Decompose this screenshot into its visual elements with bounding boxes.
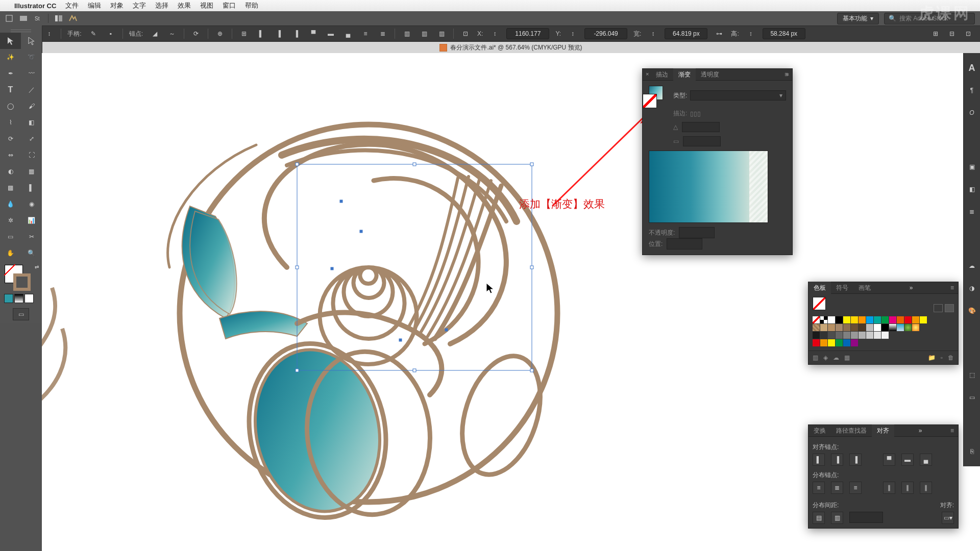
overflow2-icon[interactable]: ⊟: [946, 28, 958, 39]
graph-tool[interactable]: 📊: [21, 212, 42, 229]
rbar-color-icon[interactable]: ◑: [966, 283, 977, 294]
gradient-opacity-input[interactable]: [679, 227, 715, 238]
dist-space-h-icon[interactable]: ▥: [831, 512, 843, 524]
stroke-center-icon[interactable]: ▯: [694, 110, 697, 117]
selection-tool[interactable]: [0, 33, 21, 49]
dist-hcenter-icon[interactable]: ∥: [901, 482, 914, 494]
panel-close-icon[interactable]: ×: [646, 71, 649, 77]
ellipse-tool[interactable]: ◯: [0, 98, 21, 114]
align-r-icon[interactable]: ▐: [290, 28, 302, 39]
w-link-icon[interactable]: ↕: [647, 28, 658, 39]
dist-right-icon[interactable]: ∥: [920, 482, 932, 494]
tool-handle[interactable]: [0, 29, 42, 33]
swatches-list-view-icon[interactable]: [934, 304, 943, 312]
menu-file[interactable]: 文件: [65, 1, 79, 10]
free-transform-tool[interactable]: ⛶: [21, 147, 42, 163]
rbar-color-guide-icon[interactable]: 🎨: [966, 305, 977, 316]
tab-pathfinder[interactable]: 路径查找器: [831, 424, 872, 437]
symbol-sprayer-tool[interactable]: ✲: [0, 212, 21, 229]
artboard-tool[interactable]: ▭: [0, 229, 21, 245]
dist-spacing-input[interactable]: [849, 512, 883, 523]
zoom-tool[interactable]: 🔍: [21, 245, 42, 261]
isolate-icon[interactable]: ⊕: [214, 28, 226, 39]
overflow1-icon[interactable]: ⊞: [930, 28, 941, 39]
scale-tool[interactable]: ⤢: [21, 131, 42, 147]
stock-icon[interactable]: St: [34, 14, 42, 22]
arrange-docs-icon[interactable]: [55, 14, 63, 22]
tab-transform[interactable]: 变换: [808, 424, 831, 437]
dist-top-icon[interactable]: ≡: [813, 482, 825, 494]
blend-tool[interactable]: ◉: [21, 196, 42, 212]
align-vcenter-icon[interactable]: ▬: [901, 454, 914, 466]
menu-view[interactable]: 视图: [200, 1, 213, 10]
swatch-new-icon[interactable]: ▫: [941, 354, 943, 361]
stroke-inside-icon[interactable]: ▯: [690, 110, 694, 117]
flip-v-icon[interactable]: ↕: [43, 28, 55, 39]
lasso-tool[interactable]: ➰: [21, 49, 42, 65]
curvature-tool[interactable]: 〰: [21, 65, 42, 82]
y-input[interactable]: [584, 28, 627, 39]
document-tab-title[interactable]: 春分演示文件.ai* @ 567.64% (CMYK/GPU 预览): [450, 43, 582, 52]
shape-builder-tool[interactable]: ◐: [0, 163, 21, 180]
rbar-layers-icon[interactable]: ≣: [966, 206, 977, 217]
gradient-stroke-thumb[interactable]: [643, 94, 657, 108]
dist-h-icon[interactable]: ≡: [360, 28, 371, 39]
swatches-grid-view-icon[interactable]: [945, 304, 954, 312]
menu-type[interactable]: 文字: [133, 1, 146, 10]
tab-stroke[interactable]: 描边: [651, 68, 673, 81]
mini-swatch-none[interactable]: [24, 294, 34, 303]
align-top-icon[interactable]: ▀: [883, 454, 895, 466]
mini-swatch-grad[interactable]: [14, 294, 23, 303]
mini-swatch-teal[interactable]: [4, 294, 13, 303]
snap3-icon[interactable]: ▥: [436, 28, 447, 39]
swatch-colorgroup-icon[interactable]: ▦: [844, 354, 850, 361]
align-collapse-icon[interactable]: »: [916, 427, 925, 434]
fill-stroke-block[interactable]: ⇄: [0, 263, 42, 292]
rbar-opentype-icon[interactable]: O: [966, 107, 977, 118]
align-icon[interactable]: ⊞: [238, 28, 250, 39]
eraser-tool[interactable]: ◧: [21, 114, 42, 131]
menu-window[interactable]: 窗口: [223, 1, 236, 10]
bridge-icon[interactable]: [19, 14, 28, 22]
magic-wand-tool[interactable]: ✨: [0, 49, 21, 65]
tab-brushes[interactable]: 画笔: [853, 282, 876, 294]
swatch-kind-icon[interactable]: ◈: [823, 354, 828, 361]
slice-tool[interactable]: ✂: [21, 229, 42, 245]
align-b-icon[interactable]: ▄: [342, 28, 354, 39]
rbar-asset-export-icon[interactable]: ⬚: [966, 369, 977, 381]
rbar-character-icon[interactable]: A: [966, 62, 977, 73]
overflow3-icon[interactable]: ⊡: [963, 28, 974, 39]
gradient-panel[interactable]: × « 描边 渐变 透明度 ≡ 类型: ▾ 描边: ▯ ▯ ▯ △ ▭: [642, 68, 793, 255]
dist-v-icon[interactable]: ≣: [377, 28, 388, 39]
h-link-icon[interactable]: ↕: [745, 28, 756, 39]
anchor-smooth-icon[interactable]: ～: [166, 28, 178, 39]
align-to-dropdown[interactable]: ▭▾: [942, 512, 954, 524]
menu-edit[interactable]: 编辑: [88, 1, 101, 10]
swatches-current-fill[interactable]: [813, 297, 826, 310]
swatch-options-icon[interactable]: ☁: [833, 354, 839, 361]
stroke-outside-icon[interactable]: ▯: [697, 110, 701, 117]
rbar-links-icon[interactable]: ⎘: [966, 446, 977, 457]
gpu-icon[interactable]: [69, 14, 77, 22]
mac-menubar[interactable]: Illustrator CC 文件 编辑 对象 文字 选择 效果 视图 窗口 帮…: [0, 0, 980, 11]
menu-object[interactable]: 对象: [110, 1, 124, 10]
handle-hide-icon[interactable]: ▪: [105, 28, 116, 39]
tab-align[interactable]: 对齐: [872, 424, 894, 437]
rotate-tool[interactable]: ⟳: [0, 131, 21, 147]
gradient-position-input[interactable]: [667, 238, 702, 249]
direct-selection-tool[interactable]: [21, 33, 42, 49]
wh-lock-icon[interactable]: ⊶: [714, 28, 725, 39]
rbar-graphic-styles-icon[interactable]: ◧: [966, 184, 977, 195]
swap-fill-stroke-icon[interactable]: ⇄: [35, 264, 39, 270]
menu-effect[interactable]: 效果: [178, 1, 191, 10]
snap-icon[interactable]: ▥: [401, 28, 412, 39]
type-tool[interactable]: T: [0, 82, 21, 98]
gradient-aspect-dropdown[interactable]: [683, 136, 721, 146]
tab-gradient[interactable]: 渐变: [673, 68, 696, 81]
workspace-dropdown[interactable]: 基本功能▾: [837, 13, 879, 24]
swatches-grid[interactable]: [808, 312, 958, 350]
dist-space-v-icon[interactable]: ▤: [813, 512, 825, 524]
align-t-icon[interactable]: ▀: [308, 28, 319, 39]
gradient-ramp[interactable]: [649, 151, 768, 223]
panel-collapse-icon[interactable]: «: [786, 71, 789, 77]
